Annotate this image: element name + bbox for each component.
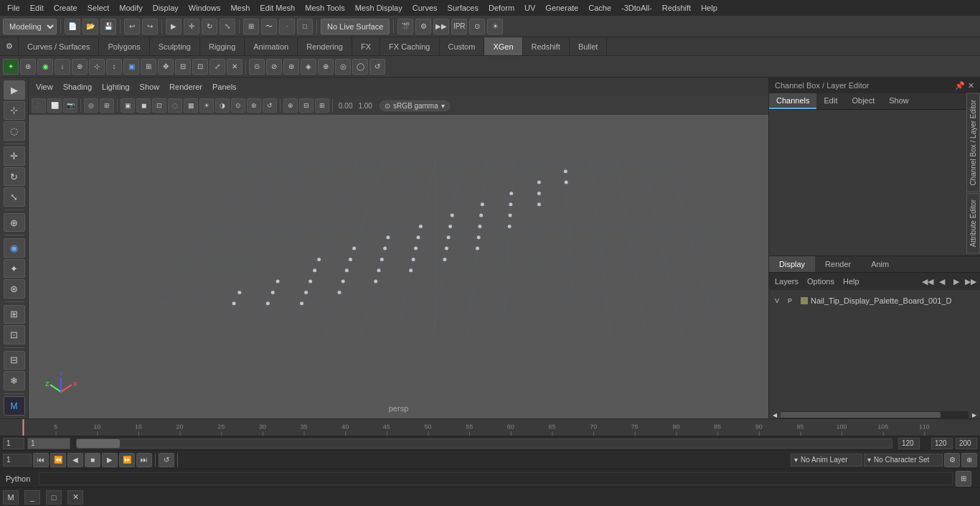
edit-tab[interactable]: Edit [816,93,844,109]
tab-fx-caching[interactable]: FX Caching [380,37,439,55]
xgen-btn8[interactable]: ▣ [123,59,139,75]
ipr-btn[interactable]: IPR [451,19,467,34]
goto-end-btn[interactable]: ⏭ [136,453,152,467]
gate-btn[interactable]: ⊟ [299,98,314,113]
film-btn[interactable]: ⬜ [47,98,62,113]
xray-active-btn[interactable]: ⊛ [247,98,261,113]
wire-toggle[interactable]: ⊡ [4,325,25,345]
menu-windows[interactable]: Windows [184,2,225,14]
layer-scroll-thumb[interactable] [772,412,941,418]
xgen-btn14[interactable]: ✕ [227,59,242,75]
display-circle-btn[interactable]: ⊙ [469,19,485,34]
layer-row-1[interactable]: V P Nail_Tip_Display_Palette_Board_001_D [772,293,977,309]
loop-btn[interactable]: ↺ [263,98,277,113]
snap-grid-btn[interactable]: ⊞ [243,19,259,34]
xgen-btn20[interactable]: ◎ [335,59,351,75]
select-tool-btn[interactable]: ▶ [166,19,182,34]
step-back-btn[interactable]: ⏪ [50,453,66,467]
texture-btn[interactable]: ▦ [184,98,198,113]
xgen-btn11[interactable]: ⊟ [175,59,191,75]
loop-btn[interactable]: ↺ [159,453,174,467]
goto-start-btn[interactable]: ⏮ [33,453,49,467]
current-frame-field[interactable]: 1 [3,438,24,449]
xgen-btn16[interactable]: ⊘ [266,59,282,75]
viewport-menu-shading[interactable]: Shading [60,81,95,93]
paint-attr-tool[interactable]: ✦ [4,259,25,278]
snap-curve-btn[interactable]: 〜 [261,19,277,34]
viewport-menu-view[interactable]: View [33,81,56,93]
scale-tool-btn[interactable]: ⤡ [220,19,235,34]
lighting-mode-btn[interactable]: ☀ [487,19,503,34]
window-minimize-btn[interactable]: _ [24,490,40,505]
pb-settings-btn[interactable]: ⚙ [944,453,960,467]
isolate-btn[interactable]: ◎ [84,98,98,113]
maya-icon-btn[interactable]: M [3,490,19,505]
xgen-btn13[interactable]: ⤢ [209,59,225,75]
script-editor-btn[interactable]: ⊞ [956,471,971,487]
lasso-tool[interactable]: ◌ [4,121,25,141]
channel-box-side-tab[interactable]: Channel Box / Layer Editor [966,93,980,192]
color-space-indicator[interactable]: ⊙ sRGB gamma ▾ [380,100,450,111]
layer-scrollbar[interactable]: ◀ ▶ [769,411,980,418]
xray-btn[interactable]: ⊙ [231,98,245,113]
menu-cache[interactable]: Cache [584,2,616,14]
xgen-btn9[interactable]: ⊞ [141,59,156,75]
layer-scroll-right[interactable]: ▶ [969,411,980,418]
xgen-btn21[interactable]: ◯ [352,59,368,75]
move-tool[interactable]: ✛ [4,146,25,166]
show-hide-tool[interactable]: ⊟ [4,351,25,370]
channel-box-close[interactable]: ✕ [968,81,974,90]
freeze-tool[interactable]: ❄ [4,371,25,390]
viewport-menu-panels[interactable]: Panels [209,81,240,93]
grid-toggle[interactable]: ⊞ [4,305,25,324]
no-char-set-label[interactable]: ▾ No Character Set [864,454,943,467]
scale-tool[interactable]: ⤡ [4,187,25,207]
cam-attr-btn[interactable]: 📷 [63,98,77,113]
tab-sculpting[interactable]: Sculpting [150,37,200,55]
camera-btn[interactable]: 🎥 [32,98,46,113]
tab-rigging[interactable]: Rigging [200,37,245,55]
grid-btn[interactable]: ⊞ [315,98,329,113]
channels-tab[interactable]: Channels [769,93,816,109]
python-input[interactable] [39,472,953,485]
layer-prev-btn[interactable]: ◀◀ [921,275,934,288]
viewport-menu-lighting[interactable]: Lighting [99,81,133,93]
layer-prev2-btn[interactable]: ◀ [936,275,948,288]
tab-redshift[interactable]: Redshift [523,37,570,55]
undo-btn[interactable]: ↩ [124,19,140,34]
tab-rendering[interactable]: Rendering [298,37,352,55]
layers-menu-options[interactable]: Options [804,276,837,287]
layer-scroll-left[interactable]: ◀ [769,411,781,418]
play-fwd-btn[interactable]: ▶ [102,453,118,467]
layer-p-toggle[interactable]: P [788,297,798,304]
shadow-btn[interactable]: ◑ [215,98,230,113]
xgen-btn12[interactable]: ⊡ [192,59,208,75]
tab-bullet[interactable]: Bullet [570,37,608,55]
frame-range-slider[interactable] [76,439,892,449]
xgen-btn19[interactable]: ⊕ [318,59,334,75]
tab-curves-surfaces[interactable]: Curves / Surfaces [19,37,99,55]
window-restore-btn[interactable]: □ [46,490,62,505]
menu-modify[interactable]: Modify [115,2,146,14]
xgen-btn17[interactable]: ⊛ [283,59,299,75]
layer-next2-btn[interactable]: ▶▶ [964,275,977,288]
redo-btn[interactable]: ↪ [142,19,158,34]
menu-mesh[interactable]: Mesh [226,2,254,14]
tab-xgen[interactable]: XGen [484,37,522,55]
rotate-tool[interactable]: ↻ [4,167,25,187]
current-frame-display[interactable]: 1 [3,454,32,467]
play-back-btn[interactable]: ◀ [67,453,83,467]
shaded-btn[interactable]: ◼ [136,98,151,113]
xgen-btn6[interactable]: ⊹ [89,59,105,75]
snap-point-btn[interactable]: · [279,19,295,34]
anim-tab[interactable]: Anim [861,256,899,272]
wire-btn[interactable]: ▣ [121,98,135,113]
menu-redshift[interactable]: Redshift [658,2,695,14]
window-close-btn[interactable]: ✕ [67,490,83,505]
xgen-btn15[interactable]: ⊙ [249,59,265,75]
layer-next-btn[interactable]: ▶ [950,275,963,288]
pb-extra-btn[interactable]: ⊕ [961,453,977,467]
xgen-btn2[interactable]: ⊛ [20,59,36,75]
object-tab[interactable]: Object [844,93,882,109]
frame-range-thumb[interactable] [77,439,120,448]
